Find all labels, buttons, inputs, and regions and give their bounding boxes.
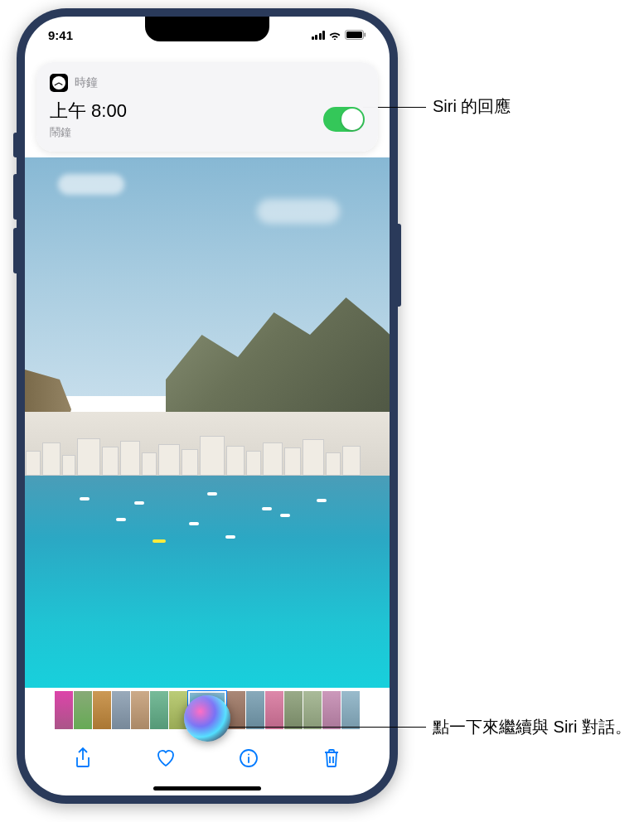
siri-card-body: 上午 8:00 鬧鐘 [50, 99, 365, 140]
thumbnail[interactable] [284, 691, 303, 729]
status-right [312, 28, 367, 42]
thumbnail[interactable] [322, 691, 341, 729]
side-button [398, 224, 401, 307]
battery-icon [345, 28, 366, 42]
favorite-button[interactable] [153, 746, 178, 771]
delete-button[interactable] [319, 746, 344, 771]
svg-rect-2 [365, 32, 366, 36]
callout-siri-orb: 點一下來繼續與 Siri 對話。 [433, 714, 632, 739]
notch [145, 17, 269, 41]
share-button[interactable] [70, 746, 95, 771]
thumbnail[interactable] [93, 691, 111, 729]
callout-siri-response: Siri 的回應 [433, 95, 511, 118]
alarm-toggle[interactable] [323, 107, 365, 132]
thumbnail[interactable] [265, 691, 283, 729]
thumbnail[interactable] [150, 691, 168, 729]
iphone-device-frame: 9:41 [17, 8, 398, 804]
siri-app-name: 時鐘 [75, 75, 98, 90]
mute-switch [13, 133, 17, 157]
thumbnail[interactable] [303, 691, 322, 729]
thumbnail[interactable] [131, 691, 149, 729]
alarm-time: 上午 8:00 [50, 99, 127, 123]
volume-down-button [13, 228, 17, 273]
siri-response-card[interactable]: 時鐘 上午 8:00 鬧鐘 [36, 62, 378, 152]
clock-app-icon [50, 74, 68, 92]
thumbnail[interactable] [74, 691, 92, 729]
thumbnail[interactable] [341, 691, 360, 729]
screen: 9:41 [25, 17, 390, 795]
siri-orb-button[interactable] [184, 695, 230, 742]
alarm-label: 鬧鐘 [50, 125, 127, 140]
svg-rect-1 [346, 31, 362, 38]
home-indicator[interactable] [153, 786, 261, 791]
current-photo[interactable] [25, 157, 390, 688]
info-button[interactable] [236, 746, 261, 771]
siri-card-header: 時鐘 [50, 74, 365, 92]
volume-up-button [13, 174, 17, 220]
thumbnail[interactable] [55, 691, 73, 729]
cellular-signal-icon [312, 31, 326, 40]
callout-line [217, 727, 426, 728]
photos-bottom-toolbar [25, 737, 390, 779]
thumbnail[interactable] [112, 691, 130, 729]
thumbnail[interactable] [246, 691, 264, 729]
wifi-icon [328, 28, 341, 42]
status-time: 9:41 [48, 28, 73, 42]
